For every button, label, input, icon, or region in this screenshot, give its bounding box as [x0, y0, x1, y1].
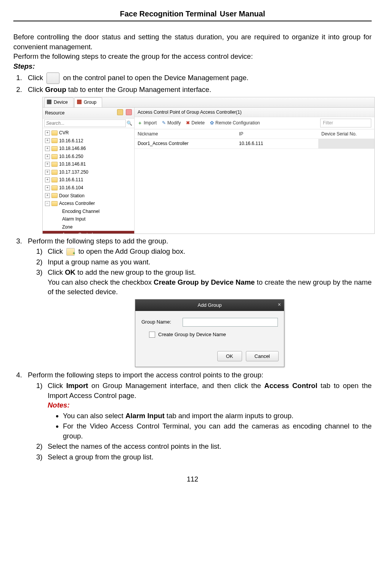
resource-tree[interactable]: +CVR+10.16.6.112+10.18.146.86+10.16.6.25…: [43, 128, 134, 233]
group-name-label: Group Name:: [141, 319, 180, 325]
folder-icon: [51, 154, 58, 159]
intro-p1: Before controlling the door status and s…: [13, 32, 372, 52]
tree-subitem-label: Encoding Channel: [62, 208, 99, 215]
tree-item-label: Access Controller: [59, 200, 95, 207]
tree-item[interactable]: +10.17.137.250: [43, 168, 134, 176]
delete-button[interactable]: ✖Delete: [186, 120, 205, 126]
tree-subitem[interactable]: Zone: [43, 223, 134, 231]
intro-p2: Perform the following steps to create th…: [13, 52, 372, 61]
expand-icon[interactable]: +: [45, 146, 50, 151]
step-4: Perform the following steps to import th…: [24, 370, 372, 462]
folder-icon: [51, 162, 58, 167]
folder-icon: [51, 130, 58, 135]
tree-item[interactable]: +10.18.146.81: [43, 160, 134, 168]
folder-icon: [51, 170, 58, 175]
header-title-rest: User Manual: [220, 10, 265, 18]
expand-icon[interactable]: +: [45, 193, 50, 198]
tree-item[interactable]: +10.16.6.111: [43, 176, 134, 184]
tree-item[interactable]: −Access Controller: [43, 200, 134, 208]
remote-config-button[interactable]: ✿Remote Configuration: [210, 120, 260, 126]
step-4-2: Select the names of the access control p…: [36, 441, 372, 451]
step-3-2: Input a group name as you want.: [36, 257, 372, 267]
tree-item[interactable]: +Door Station: [43, 192, 134, 200]
add-group-icon[interactable]: [117, 109, 123, 115]
col-ip[interactable]: IP: [236, 129, 318, 139]
filter-input[interactable]: Filter: [320, 119, 371, 127]
tree-subitem[interactable]: Encoding Channel: [43, 208, 134, 216]
tree-item-label: 10.18.146.81: [59, 161, 86, 168]
step-3-1: Click to open the Add Group dialog box.: [36, 246, 372, 256]
step-1: Click on the control panel to open the D…: [24, 72, 372, 84]
step-3-3: Click OK to add the new group to the gro…: [36, 267, 372, 367]
note-2: For the Video Access Control Terminal, y…: [63, 421, 372, 441]
folder-icon: [51, 185, 58, 190]
tree-item[interactable]: +CVR: [43, 129, 134, 137]
folder-icon: [51, 193, 58, 198]
page-header: Face Recognition TerminalUser Manual: [13, 10, 372, 21]
remote-config-icon: ✿: [210, 120, 214, 126]
tree-item[interactable]: +10.16.6.104: [43, 184, 134, 192]
modify-button[interactable]: ✎Modify: [162, 120, 181, 126]
expand-icon[interactable]: +: [45, 177, 50, 182]
step-4-1: Click Import on Group Management interfa…: [36, 381, 372, 441]
header-title-bold: Face Recognition Terminal: [120, 10, 217, 18]
folder-icon: [51, 146, 58, 151]
modify-icon: ✎: [162, 120, 166, 126]
expand-icon[interactable]: +: [45, 185, 50, 190]
import-button[interactable]: ＋Import: [138, 120, 157, 126]
create-by-device-checkbox[interactable]: [149, 332, 155, 338]
page-number: 112: [13, 475, 372, 483]
tab-group[interactable]: Group: [74, 97, 102, 107]
tree-item[interactable]: +10.16.6.112: [43, 137, 134, 145]
steps-label: Steps:: [13, 61, 372, 71]
tree-item-label: Door Station: [59, 193, 85, 199]
delete-group-icon[interactable]: [126, 109, 132, 115]
expand-icon[interactable]: +: [45, 162, 50, 167]
ok-button[interactable]: OK: [217, 351, 242, 362]
search-icon[interactable]: 🔍: [126, 120, 133, 127]
step-4-3: Select a group from the group list.: [36, 452, 372, 462]
close-icon[interactable]: ×: [278, 301, 281, 308]
add-group-dialog: Add Group × Group Name: Creat: [135, 299, 284, 367]
expand-icon[interactable]: +: [45, 170, 50, 175]
folder-icon: [51, 201, 58, 206]
search-input[interactable]: [44, 119, 126, 127]
notes-label: Notes:: [48, 400, 372, 410]
add-folder-icon: [66, 248, 75, 256]
cancel-button[interactable]: Cancel: [246, 351, 279, 362]
tree-subitem[interactable]: Access Control: [43, 231, 134, 233]
tree-subitem-label: Access Control: [62, 232, 93, 233]
expand-icon[interactable]: −: [45, 201, 50, 206]
import-icon: ＋: [138, 120, 142, 126]
tree-item-label: 10.16.6.104: [59, 185, 83, 191]
folder-icon: [51, 177, 58, 182]
tree-item-label: 10.16.6.111: [59, 177, 83, 183]
folder-icon: [51, 138, 58, 143]
expand-icon[interactable]: +: [45, 154, 50, 159]
col-serial[interactable]: Device Serial No.: [318, 129, 374, 139]
tree-item-label: 10.18.146.86: [59, 145, 86, 152]
group-management-screenshot: Device Group Resource: [42, 97, 375, 234]
expand-icon[interactable]: +: [45, 138, 50, 143]
step-3: Perform the following steps to add the g…: [24, 236, 372, 367]
group-name-input[interactable]: [183, 318, 278, 327]
tree-item-label: 10.17.137.250: [59, 169, 88, 176]
tree-item[interactable]: +10.18.146.86: [43, 145, 134, 153]
tree-item-label: CVR: [59, 130, 69, 136]
tree-item-label: 10.16.6.250: [59, 153, 83, 160]
col-nickname[interactable]: Nickname: [135, 129, 236, 139]
resource-title: Resource: [45, 110, 64, 116]
step-2: Click Group tab to enter the Group Manag…: [24, 85, 372, 234]
tab-device[interactable]: Device: [44, 97, 74, 107]
tree-subitem-label: Zone: [62, 224, 72, 230]
tree-item[interactable]: +10.16.6.250: [43, 153, 134, 161]
tree-subitem[interactable]: Alarm Input: [43, 215, 134, 223]
note-1: You can also select Alarm Input tab and …: [63, 411, 372, 421]
tree-subitem-label: Alarm Input: [62, 216, 85, 222]
expand-icon[interactable]: +: [45, 130, 50, 135]
table-row[interactable]: Door1_Access Controller 10.16.6.111: [135, 139, 374, 149]
dialog-titlebar: Add Group ×: [135, 300, 284, 311]
group-tab-icon: [77, 100, 82, 104]
table-header-row: Nickname IP Device Serial No.: [135, 129, 374, 139]
tree-item-label: 10.16.6.112: [59, 138, 83, 144]
